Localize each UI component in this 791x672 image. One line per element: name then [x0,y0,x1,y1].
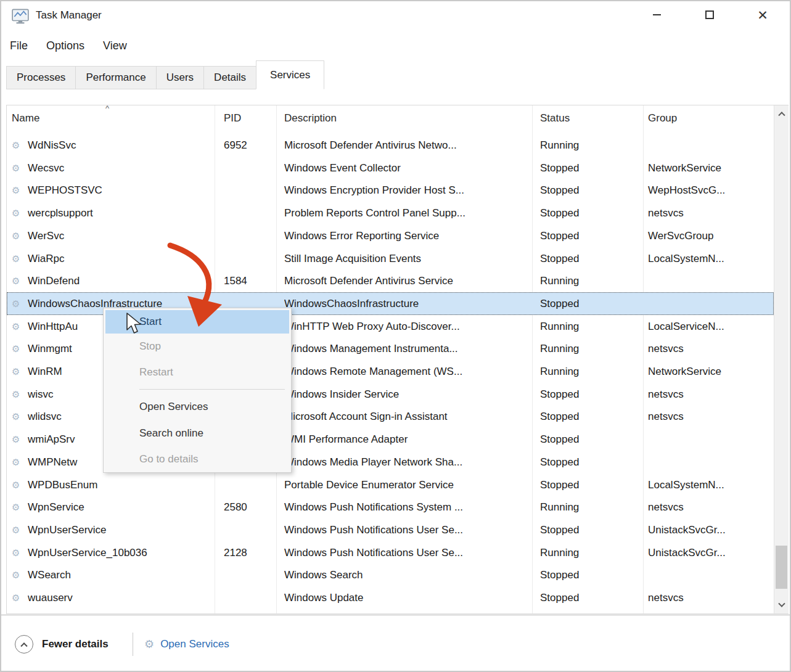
service-icon: ⚙ [12,518,20,541]
cell-group: LocalServiceN... [643,315,771,338]
tab-processes[interactable]: Processes [6,66,76,89]
cell-status: Stopped [540,157,639,179]
column-header-status[interactable]: Status [540,112,570,125]
scroll-up-button[interactable] [774,105,789,121]
scroll-down-button[interactable] [774,597,789,613]
window-title: Task Manager [36,9,102,22]
table-row[interactable]: ⚙WEPHOSTSVCWindows Encryption Provider H… [7,179,774,202]
scrollbar-thumb[interactable] [776,546,787,589]
context-menu-item-start[interactable]: Start [105,310,289,334]
cell-status: Stopped [540,563,639,586]
cell-status: Running [540,315,639,338]
fewer-details-label: Fewer details [42,638,109,650]
cell-pid [224,202,273,224]
minimize-button[interactable] [642,1,671,28]
table-row[interactable]: ⚙wuauservWindows UpdateStoppednetsvcs [7,586,774,609]
cell-description: Windows Insider Service [284,383,530,406]
cell-group [643,134,771,157]
cell-description: Windows Error Reporting Service [284,224,530,247]
cell-description: Microsoft Account Sign-in Assistant [284,405,530,428]
service-icon: ⚙ [12,451,20,473]
table-row[interactable]: ⚙wercplsupportProblem Reports Control Pa… [7,202,774,224]
context-menu-item-stop: Stop [105,335,289,358]
cell-status: Stopped [540,247,639,270]
cell-pid [224,586,273,609]
table-row[interactable]: ⚙WPDBusEnumPortable Device Enumerator Se… [7,473,774,496]
cell-group [643,563,771,586]
service-icon: ⚙ [12,202,20,224]
minimize-icon [653,14,661,15]
cell-pid: 2128 [224,541,273,564]
cell-description: Windows Push Notifications User Se... [284,541,530,564]
cell-group: netsvcs [643,496,771,518]
service-icon: ⚙ [12,247,20,270]
cell-description: Windows Remote Management (WS... [284,360,530,383]
close-icon: ✕ [757,9,768,22]
cell-group: netsvcs [643,405,771,428]
task-manager-app-icon [11,7,30,25]
cell-group: UnistackSvcGr... [643,541,771,564]
column-header-group[interactable]: Group [648,112,677,125]
cell-group: netsvcs [643,383,771,406]
maximize-button[interactable] [695,1,724,28]
table-row[interactable]: ⚙WpnService2580Windows Push Notification… [7,496,774,518]
cell-name: WpnUserService_10b036 [28,541,213,564]
table-row[interactable]: ⚙WdNisSvc6952Microsoft Defender Antiviru… [7,134,774,157]
cell-pid [224,247,273,270]
cell-pid [224,224,273,247]
table-row[interactable]: ⚙WinDefend1584Microsoft Defender Antivir… [7,269,774,292]
cell-status: Running [540,360,639,383]
task-manager-window: Task Manager ✕ FileOptionsView Processes… [0,0,791,672]
collapse-circle-icon [15,635,33,654]
table-row[interactable]: ⚙WpnUserService_10b0362128Windows Push N… [7,541,774,564]
cell-group: netsvcs [643,337,771,360]
table-row[interactable]: ⚙WerSvcWindows Error Reporting ServiceSt… [7,224,774,247]
table-row[interactable]: ⚙WecsvcWindows Event CollectorStoppedNet… [7,157,774,179]
column-header-name[interactable]: Name [12,112,39,125]
tab-services[interactable]: Services [256,60,324,89]
close-button[interactable]: ✕ [748,1,777,28]
column-header-pid[interactable]: PID [224,112,241,125]
cell-status: Stopped [540,586,639,609]
cell-pid: 6952 [224,134,273,157]
cell-group: LocalSystemN... [643,247,771,270]
service-icon: ⚙ [12,496,20,518]
cell-description: WMI Performance Adapter [284,428,530,451]
cell-description: Windows Update [284,586,530,609]
tab-users[interactable]: Users [156,66,204,89]
cell-description: WinHTTP Web Proxy Auto-Discover... [284,315,530,338]
service-icon: ⚙ [12,586,20,609]
context-menu-item-search-online[interactable]: Search online [105,422,289,445]
cell-description: Problem Reports Control Panel Supp... [284,202,530,224]
open-services-link[interactable]: ⚙ Open Services [144,635,229,654]
column-header-description[interactable]: Description [284,112,337,125]
cell-status: Running [540,337,639,360]
cell-description: WindowsChaosInfrastructure [284,292,530,315]
cell-pid [224,157,273,179]
cell-status: Stopped [540,179,639,202]
fewer-details-button[interactable]: Fewer details [15,635,109,654]
menu-file[interactable]: File [10,39,28,52]
table-row[interactable]: ⚙WSearchWindows SearchStopped [7,563,774,586]
tab-details[interactable]: Details [203,66,256,89]
table-row[interactable]: ⚙WiaRpcStill Image Acquisition EventsSto… [7,247,774,270]
menubar: FileOptionsView [10,35,127,57]
service-icon: ⚙ [12,134,20,157]
service-icon: ⚙ [12,337,20,360]
tab-performance[interactable]: Performance [75,66,156,89]
cell-description: Portable Device Enumerator Service [284,473,530,496]
menu-options[interactable]: Options [46,39,84,52]
cell-name: WpnUserService [28,518,213,541]
cell-description: Windows Search [284,563,530,586]
menu-view[interactable]: View [103,39,127,52]
cell-pid [224,563,273,586]
cell-group [643,292,771,315]
cell-status: Stopped [540,405,639,428]
table-row[interactable]: ⚙WpnUserServiceWindows Push Notification… [7,518,774,541]
chevron-down-icon [778,600,785,607]
cell-name: wercplsupport [28,202,213,224]
open-services-label: Open Services [160,635,229,654]
cell-status: Stopped [540,292,639,315]
cell-name: WinDefend [28,269,213,292]
context-menu-item-open-services[interactable]: Open Services [105,395,289,419]
